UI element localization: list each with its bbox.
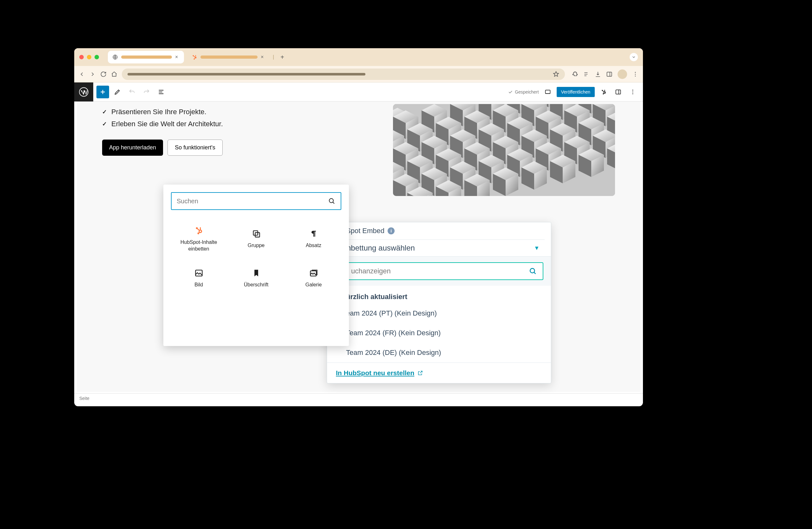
hero-image[interactable] [393,104,615,196]
edit-mode-button[interactable] [111,86,124,98]
svg-rect-15 [616,90,621,94]
svg-point-3 [195,55,196,56]
hubspot-icon [194,226,204,235]
extensions-icon[interactable] [572,71,578,77]
svg-point-8 [635,75,636,76]
nav-back-button[interactable] [79,71,85,77]
hubspot-panel-header: Spot Embed i [327,222,551,239]
caret-down-icon: ▼ [534,245,539,251]
image-icon [194,268,204,278]
browser-tab-1[interactable]: × [108,51,184,63]
hubspot-create-new-link[interactable]: In HubSpot neu erstellen [336,369,542,377]
minimize-window-button[interactable] [87,55,91,59]
hubspot-select-label: nbettung auswählen [347,244,415,252]
tab-title-placeholder [121,56,172,59]
block-inserter-popover: HubSpot-Inhalte einbetten Gruppe Absatz … [163,185,349,346]
block-image[interactable]: Bild [171,261,227,295]
wp-editor-toolbar: Gespeichert Veröffentlichen [74,83,643,102]
info-icon[interactable]: i [388,227,395,234]
block-search-input[interactable] [177,197,328,205]
wordpress-logo[interactable] [74,83,93,102]
hubspot-list-item[interactable]: Team 2024 (DE) (Kein Design) [327,343,551,363]
hubspot-panel-footer: In HubSpot neu erstellen [327,363,551,383]
hubspot-list-item[interactable]: Team 2024 (FR) (Kein Design) [327,323,551,343]
document-overview-button[interactable] [155,86,168,98]
block-gallery[interactable]: Galerie [286,261,341,295]
hubspot-embed-panel: Spot Embed i nbettung auswählen ▼ ürzlic… [327,222,551,383]
block-label: Bild [194,282,203,288]
globe-icon [112,54,118,60]
svg-rect-5 [607,72,612,76]
hubspot-search-field[interactable] [335,262,543,280]
group-icon [251,229,261,238]
feature-item[interactable]: Präsentieren Sie Ihre Projekte. [102,106,374,118]
svg-point-23 [200,227,201,228]
svg-point-16 [633,89,634,90]
tab-close-icon[interactable]: × [175,55,179,59]
feature-item[interactable]: Erleben Sie die Welt der Architektur. [102,118,374,130]
block-search-field[interactable] [171,192,341,210]
preview-button[interactable] [542,86,553,98]
window-controls [79,55,99,59]
redo-button[interactable] [140,86,153,98]
add-block-button[interactable] [97,86,109,98]
hubspot-favicon-icon [192,54,197,60]
publish-button[interactable]: Veröffentlichen [557,87,595,97]
nav-forward-button[interactable] [89,71,96,77]
options-menu-button[interactable] [627,86,638,98]
content-column-left: Präsentieren Sie Ihre Projekte. Erleben … [102,104,374,196]
browser-tab-2[interactable]: × [187,51,270,63]
browser-menu-icon[interactable] [632,71,638,77]
profile-avatar[interactable] [618,70,627,79]
hubspot-select-embed[interactable]: nbettung auswählen ▼ [346,239,545,256]
hubspot-list-item[interactable]: eam 2024 (PT) (Kein Design) [327,304,551,323]
hubspot-recent-list: eam 2024 (PT) (Kein Design) Team 2024 (F… [327,304,551,363]
search-icon [529,267,537,275]
media-icon[interactable] [583,71,590,77]
undo-button[interactable] [126,86,138,98]
editor-footer: Seite [74,393,643,403]
maximize-window-button[interactable] [95,55,99,59]
how-it-works-button[interactable]: So funktioniert's [168,139,223,156]
settings-sidebar-button[interactable] [612,86,624,98]
block-label: HubSpot-Inhalte einbetten [173,239,224,252]
svg-point-13 [604,90,605,90]
svg-point-17 [633,91,634,92]
url-placeholder [128,73,365,75]
svg-point-18 [633,93,634,94]
hubspot-search-input[interactable] [351,267,529,275]
block-group[interactable]: Gruppe [228,219,284,260]
block-heading[interactable]: Überschrift [228,261,284,295]
hubspot-toolbar-icon[interactable] [598,86,609,98]
svg-rect-25 [253,231,258,235]
svg-point-7 [635,74,636,75]
download-app-button[interactable]: App herunterladen [102,139,163,156]
bookmark-star-icon[interactable] [553,71,559,77]
tab-title-placeholder [201,56,258,59]
reload-button[interactable] [100,71,106,77]
address-bar [74,66,643,83]
downloads-icon[interactable] [595,71,601,77]
tab-close-icon[interactable]: × [261,55,265,59]
close-window-button[interactable] [79,55,84,59]
block-hubspot-embed[interactable]: HubSpot-Inhalte einbetten [171,219,227,260]
external-link-icon [417,370,423,376]
new-tab-button[interactable]: + [277,54,287,61]
hubspot-panel-title: Spot Embed [346,227,385,235]
side-panel-icon[interactable] [606,71,612,77]
home-button[interactable] [111,71,117,77]
svg-rect-10 [545,90,550,93]
block-label: Absatz [306,242,321,249]
svg-point-24 [198,233,199,234]
block-label: Gruppe [248,242,264,249]
tab-divider: | [273,54,274,60]
block-label: Galerie [305,282,322,288]
block-paragraph[interactable]: Absatz [286,219,341,260]
heading-icon [251,268,261,278]
tab-strip: × × | + [74,48,643,66]
hubspot-section-title: ürzlich aktualisiert [327,286,551,304]
url-input[interactable] [122,69,565,80]
gallery-icon [309,268,318,278]
tab-list-dropdown[interactable] [629,53,638,61]
saved-status: Gespeichert [508,89,539,94]
